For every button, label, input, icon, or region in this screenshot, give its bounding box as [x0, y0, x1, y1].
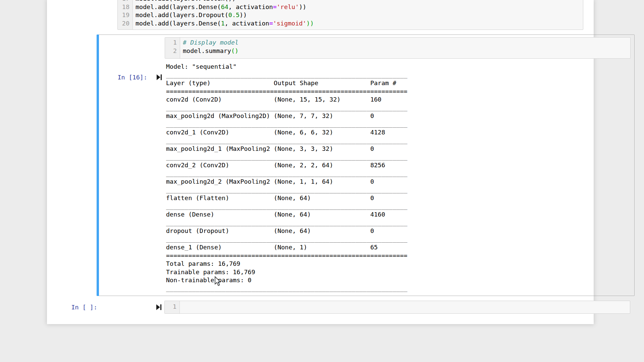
code-lines: # Display modelmodel.summary() [180, 39, 630, 55]
code-token-num: 64 [221, 3, 228, 10]
line-number-gutter: 12 [165, 38, 180, 58]
code-line: # Display model [183, 39, 630, 47]
code-cell-active[interactable]: In [16]: 12 # Display modelmodel.summary… [97, 35, 635, 296]
notebook-container: 17181920 model.add(layers.Flatten())mode… [47, 0, 594, 324]
line-number: 1 [165, 303, 179, 311]
code-token-num: 1 [221, 20, 225, 27]
code-line: model.summary() [183, 47, 630, 55]
code-token-plain: model.add(layers.Flatten()) [136, 0, 236, 2]
code-line: model.add(layers.Dropout(0.5)) [136, 11, 583, 19]
code-token-comment: # Display model [183, 39, 238, 46]
line-number-gutter: 17181920 [118, 0, 133, 29]
jupyter-notebook-page: 17181920 model.add(layers.Flatten())mode… [0, 0, 644, 362]
code-line: model.add(layers.Dense(1, activation='si… [136, 19, 583, 28]
code-token-op: = [269, 20, 273, 27]
line-number: 1 [165, 39, 180, 47]
code-token-str: 'sigmoid' [273, 20, 307, 27]
code-token-plain: )) [299, 3, 306, 10]
code-token-plain: , activation [225, 20, 269, 27]
code-editor-active[interactable]: 12 # Display modelmodel.summary() [165, 37, 631, 59]
code-area: # Display modelmodel.summary() [180, 38, 630, 58]
code-token-str: 'relu' [277, 3, 299, 10]
line-number: 2 [165, 47, 180, 55]
code-token-bracket: () [231, 47, 238, 54]
line-number-gutter: 1 [165, 301, 180, 313]
code-editor-empty[interactable]: 1 [164, 301, 630, 314]
model-summary-output: Model: "sequential" ____________________… [166, 63, 408, 293]
code-line: model.add(layers.Flatten()) [136, 0, 583, 3]
code-token-op: = [273, 3, 277, 10]
input-prompt[interactable]: In [ ]: [50, 303, 99, 312]
code-token-plain: )) [239, 11, 247, 18]
code-area [180, 301, 630, 313]
code-token-plain: model.add(layers.Dropout( [136, 11, 228, 18]
code-token-plain: model.add(layers.Dense( [136, 20, 221, 27]
line-number: 18 [118, 3, 132, 11]
input-prompt[interactable]: In [16]: [97, 73, 149, 82]
line-number: 20 [118, 19, 132, 28]
code-line: model.add(layers.Dense(64, activation='r… [136, 3, 583, 11]
mouse-cursor [213, 276, 222, 286]
line-number: 19 [118, 11, 132, 19]
code-token-plain: model.summary [183, 47, 231, 54]
code-editor-previous[interactable]: 17181920 model.add(layers.Flatten())mode… [117, 0, 583, 30]
code-token-bracket: )) [306, 20, 314, 27]
run-cell-icon[interactable] [156, 304, 162, 310]
line-number: 17 [118, 0, 132, 3]
run-cell-icon[interactable] [156, 74, 162, 80]
code-token-plain: , activation [228, 3, 273, 10]
code-token-num: 0.5 [228, 11, 239, 18]
code-lines: model.add(layers.Flatten())model.add(lay… [133, 0, 583, 27]
code-area: model.add(layers.Flatten())model.add(lay… [133, 0, 583, 29]
code-token-plain: model.add(layers.Dense( [136, 3, 221, 10]
